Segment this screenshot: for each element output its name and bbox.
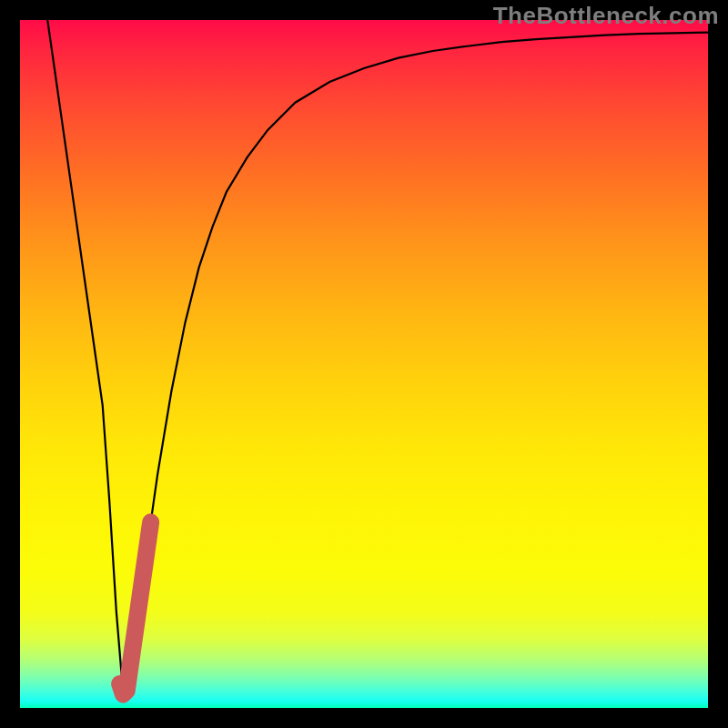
chart-frame: TheBottleneck.com xyxy=(0,0,728,728)
highlight-j-segment xyxy=(120,522,151,694)
watermark-text: TheBottleneck.com xyxy=(493,2,719,30)
plot-area xyxy=(20,20,708,708)
curve-layer xyxy=(20,20,708,708)
